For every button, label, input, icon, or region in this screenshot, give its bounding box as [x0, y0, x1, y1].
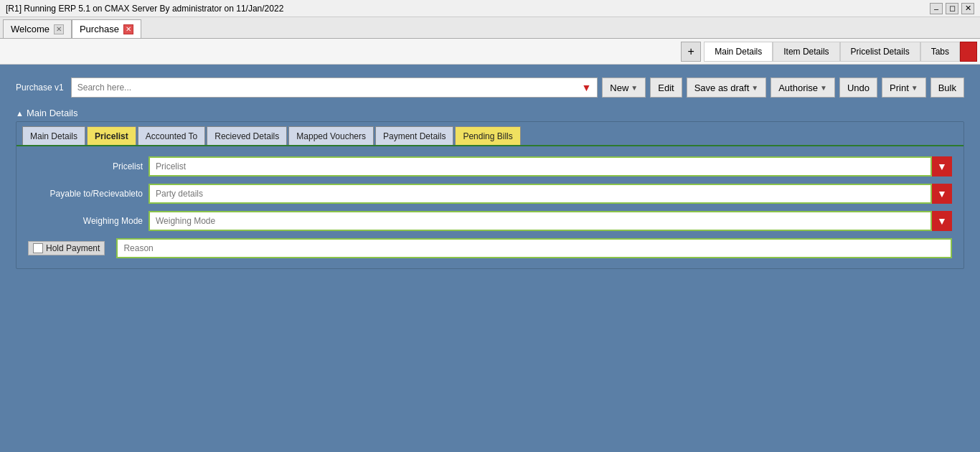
hold-payment-checkbox[interactable] — [33, 243, 43, 253]
form-fields: Pricelist ▼ Payable to/Recievableto ▼ — [17, 146, 963, 268]
sub-tab-pricelist[interactable]: Pricelist — [87, 126, 136, 145]
purchase-version-label: Purchase v1 — [16, 83, 64, 93]
pricelist-input-wrap: ▼ — [149, 156, 952, 176]
main-content: Purchase v1 ▼ New ▼ Edit Save as draft ▼… — [0, 65, 980, 452]
toolbar: Purchase v1 ▼ New ▼ Edit Save as draft ▼… — [7, 72, 973, 103]
save-as-draft-button[interactable]: Save as draft ▼ — [687, 77, 767, 98]
section-arrow: ▲ — [16, 109, 24, 118]
weighing-mode-label: Weighing Mode — [28, 216, 143, 226]
red-indicator — [960, 42, 977, 62]
sub-tab-main-details[interactable]: Main Details — [22, 126, 85, 145]
tab-purchase[interactable]: Purchase ✕ — [72, 19, 141, 38]
window-controls: – ◻ ✕ — [930, 3, 974, 14]
hold-payment-row: Hold Payment — [28, 238, 952, 258]
edit-button[interactable]: Edit — [650, 77, 682, 98]
tab-purchase-label: Purchase — [80, 24, 119, 34]
maximize-btn[interactable]: ◻ — [946, 3, 958, 14]
title-bar: [R1] Running ERP 5.1 on CMAX Server By a… — [0, 0, 980, 17]
section-header: ▲ Main Details — [16, 103, 964, 121]
print-button[interactable]: Print ▼ — [882, 77, 926, 98]
tab-welcome-label: Welcome — [11, 24, 50, 34]
authorise-arrow: ▼ — [820, 84, 827, 92]
right-tab-bar: + Main Details Item Details Pricelist De… — [0, 39, 980, 65]
right-tab-item-details[interactable]: Item Details — [773, 42, 839, 62]
sub-tab-accounted-to[interactable]: Accounted To — [138, 126, 206, 145]
payable-to-row: Payable to/Recievableto ▼ — [28, 184, 952, 204]
hold-payment-checkbox-container: Hold Payment — [28, 241, 105, 255]
print-arrow: ▼ — [911, 84, 918, 92]
tab-welcome-close[interactable]: ✕ — [54, 24, 64, 34]
right-tab-tabs[interactable]: Tabs — [920, 42, 960, 62]
tab-welcome[interactable]: Welcome ✕ — [3, 19, 72, 38]
payable-to-label: Payable to/Recievableto — [28, 189, 143, 199]
new-button[interactable]: New ▼ — [602, 77, 646, 98]
sub-tab-mapped-vouchers[interactable]: Mapped Vouchers — [288, 126, 374, 145]
sub-tab-payment-details[interactable]: Payment Details — [375, 126, 453, 145]
form-panel: Main Details Pricelist Accounted To Reci… — [16, 121, 964, 269]
hold-payment-label: Hold Payment — [46, 243, 100, 253]
payable-to-dropdown[interactable]: ▼ — [932, 184, 952, 204]
payable-to-input-wrap: ▼ — [149, 184, 952, 204]
section-title: Main Details — [27, 108, 78, 118]
weighing-mode-input[interactable] — [149, 211, 932, 231]
reason-input[interactable] — [116, 238, 952, 258]
search-input[interactable] — [77, 83, 582, 93]
payable-to-input[interactable] — [149, 184, 932, 204]
pricelist-row: Pricelist ▼ — [28, 156, 952, 176]
app-tab-bar: Welcome ✕ Purchase ✕ — [0, 17, 980, 39]
sub-tab-received-details[interactable]: Recieved Details — [207, 126, 287, 145]
minimize-btn[interactable]: – — [930, 3, 943, 14]
pricelist-input[interactable] — [149, 156, 932, 176]
new-arrow: ▼ — [631, 84, 638, 92]
weighing-mode-input-wrap: ▼ — [149, 211, 952, 231]
pricelist-label: Pricelist — [28, 161, 143, 171]
window-title: [R1] Running ERP 5.1 on CMAX Server By a… — [6, 4, 283, 14]
right-tab-pricelist-details[interactable]: Pricelist Details — [840, 42, 920, 62]
weighing-mode-dropdown[interactable]: ▼ — [932, 211, 952, 231]
tab-purchase-close[interactable]: ✕ — [123, 24, 133, 34]
search-dropdown-arrow[interactable]: ▼ — [581, 82, 591, 93]
sub-tab-bar: Main Details Pricelist Accounted To Reci… — [17, 122, 963, 146]
form-area: ▲ Main Details Main Details Pricelist Ac… — [7, 103, 973, 278]
weighing-mode-row: Weighing Mode ▼ — [28, 211, 952, 231]
bulk-button[interactable]: Bulk — [930, 77, 964, 98]
right-tab-main-details[interactable]: Main Details — [704, 42, 773, 62]
sub-tab-pending-bills[interactable]: Pending Bills — [455, 126, 520, 145]
authorise-button[interactable]: Authorise ▼ — [771, 77, 835, 98]
close-btn[interactable]: ✕ — [961, 3, 974, 14]
save-arrow: ▼ — [751, 84, 758, 92]
pricelist-dropdown[interactable]: ▼ — [932, 156, 952, 176]
add-tab-btn[interactable]: + — [681, 42, 701, 62]
search-container: ▼ — [71, 77, 598, 98]
undo-button[interactable]: Undo — [839, 77, 877, 98]
